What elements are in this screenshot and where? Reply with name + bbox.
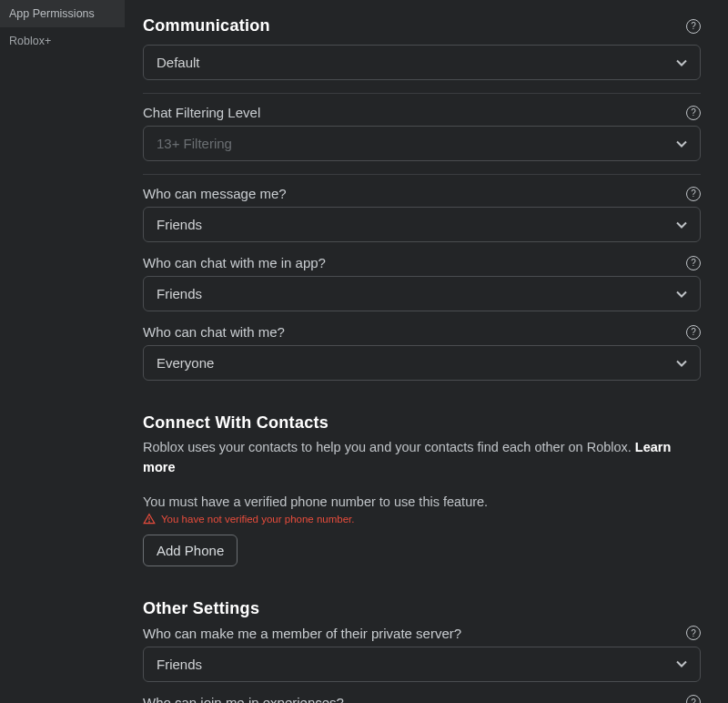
requirement-text: You must have a verified phone number to… (143, 494, 701, 509)
sidebar: App Permissions Roblox+ (0, 0, 125, 703)
who-chat-label-row: Who can chat with me? ? (143, 324, 701, 340)
desc-text: Roblox uses your contacts to help you an… (143, 440, 635, 454)
add-phone-button[interactable]: Add Phone (143, 535, 238, 566)
field-label: Who can make me a member of their privat… (143, 626, 461, 641)
contacts-description: Roblox uses your contacts to help you an… (143, 438, 701, 478)
select-value: Everyone (157, 355, 214, 371)
chevron-down-icon (676, 57, 687, 68)
select-value: Friends (157, 286, 202, 301)
help-icon[interactable]: ? (686, 187, 701, 201)
communication-title: Communication (143, 16, 270, 36)
contacts-section: Connect With Contacts Roblox uses your c… (143, 413, 701, 566)
select-value: Friends (157, 217, 202, 232)
private-server-select[interactable]: Friends (143, 647, 701, 682)
warning-row: You have not verified your phone number. (143, 513, 701, 525)
who-chat-app-label-row: Who can chat with me in app? ? (143, 255, 701, 270)
select-value: Friends (157, 657, 202, 672)
help-icon[interactable]: ? (686, 325, 701, 340)
join-experiences-label-row: Who can join me in experiences? ? (143, 695, 701, 704)
field-label: Who can message me? (143, 186, 287, 201)
contacts-title: Connect With Contacts (143, 413, 701, 433)
who-message-label-row: Who can message me? ? (143, 186, 701, 201)
svg-point-1 (149, 521, 150, 522)
field-label: Who can chat with me in app? (143, 255, 326, 270)
chevron-down-icon (676, 219, 687, 230)
chevron-down-icon (676, 138, 687, 149)
field-label: Who can chat with me? (143, 324, 285, 340)
select-value: Default (157, 55, 200, 70)
chevron-down-icon (676, 358, 687, 369)
help-icon[interactable]: ? (686, 695, 701, 703)
warning-text: You have not verified your phone number. (161, 514, 354, 525)
divider (143, 93, 701, 94)
who-chat-select[interactable]: Everyone (143, 345, 701, 381)
communication-default-select[interactable]: Default (143, 45, 701, 80)
chat-filtering-select: 13+ Filtering (143, 126, 701, 161)
sidebar-item-app-permissions[interactable]: App Permissions (0, 0, 125, 27)
divider (143, 174, 701, 175)
other-settings-title: Other Settings (143, 599, 701, 618)
chevron-down-icon (676, 289, 687, 300)
help-icon[interactable]: ? (686, 626, 701, 640)
field-label: Who can join me in experiences? (143, 695, 344, 704)
help-icon[interactable]: ? (686, 256, 701, 270)
field-label: Chat Filtering Level (143, 105, 260, 120)
who-chat-app-select[interactable]: Friends (143, 276, 701, 311)
main-content: Communication ? Default Chat Filtering L… (125, 0, 728, 703)
warning-icon (143, 513, 156, 525)
help-icon[interactable]: ? (686, 19, 701, 34)
chevron-down-icon (676, 658, 687, 669)
help-icon[interactable]: ? (686, 106, 701, 120)
communication-header: Communication ? (143, 16, 701, 36)
private-server-label-row: Who can make me a member of their privat… (143, 626, 701, 641)
sidebar-item-roblox-plus[interactable]: Roblox+ (0, 27, 125, 55)
select-value: 13+ Filtering (157, 136, 232, 151)
chat-filtering-label-row: Chat Filtering Level ? (143, 105, 701, 120)
other-settings-section: Other Settings Who can make me a member … (143, 599, 701, 704)
who-message-select[interactable]: Friends (143, 207, 701, 242)
